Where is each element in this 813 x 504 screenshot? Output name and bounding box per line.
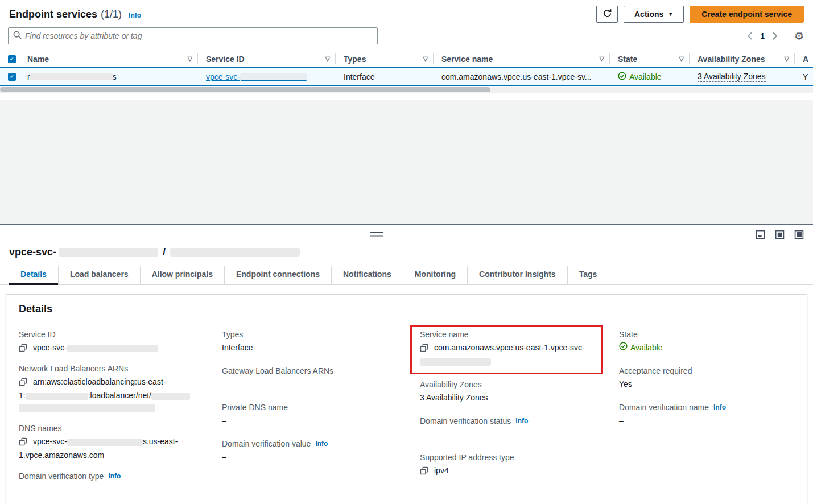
info-link[interactable]: Info (515, 417, 528, 425)
select-all-checkbox[interactable]: ✓ (8, 55, 16, 63)
redacted-text (19, 404, 155, 412)
panel-size-large-icon[interactable] (794, 230, 804, 239)
tab-contributor-insights[interactable]: Contributor Insights (467, 266, 567, 284)
create-endpoint-service-button[interactable]: Create endpoint service (690, 6, 804, 23)
row-service-name-cell: com.amazonaws.vpce.us-east-1.vpce-sv... (434, 72, 610, 81)
endpoint-services-table: ✓ Name ▽ Service ID ▽ Types ▽ Service na… (0, 51, 813, 93)
column-header-availability-zones[interactable]: Availability Zones ▽ (690, 51, 795, 67)
tab-endpoint-connections[interactable]: Endpoint connections (224, 266, 331, 284)
field-domain-verification-type: Domain verification type Info – (19, 472, 196, 495)
row-availability-zones-cell: 3 Availability Zones (690, 72, 795, 82)
redacted-text (30, 73, 113, 80)
select-all-checkbox-cell: ✓ (0, 51, 19, 67)
column-header-types[interactable]: Types ▽ (336, 51, 434, 67)
availability-zones-popover[interactable]: 3 Availability Zones (698, 72, 766, 82)
next-page-button[interactable] (773, 32, 778, 40)
search-field[interactable] (25, 31, 373, 40)
info-link[interactable]: Info (108, 472, 121, 480)
tab-tags[interactable]: Tags (567, 266, 609, 284)
column-header-name[interactable]: Name ▽ (19, 51, 198, 67)
state-badge: Available (629, 72, 662, 81)
state-badge: Available (630, 342, 663, 354)
redacted-text (420, 358, 491, 366)
redacted-text (67, 345, 158, 352)
row-name-cell: r s (19, 72, 198, 81)
row-acceptance-cell: Y (795, 72, 813, 81)
prev-page-button[interactable] (747, 32, 752, 40)
details-column-3: Service name com.amazonaws.vpce.us-east-… (407, 330, 606, 504)
tab-details[interactable]: Details (9, 266, 58, 284)
filter-icon[interactable]: ▽ (188, 55, 192, 63)
copy-icon[interactable] (420, 344, 428, 352)
field-availability-zones: Availability Zones 3 Availability Zones (420, 380, 593, 404)
tab-load-balancers[interactable]: Load balancers (58, 266, 140, 284)
search-input[interactable] (8, 27, 378, 44)
panel-drag-handle[interactable] (370, 232, 383, 237)
tab-allow-principals[interactable]: Allow principals (140, 266, 224, 284)
panel-size-small-icon[interactable] (756, 230, 765, 239)
column-header-service-name[interactable]: Service name ▽ (434, 51, 610, 67)
field-nlb-arns: Network Load Balancers ARNs arn:aws:elas… (19, 364, 196, 414)
copy-icon[interactable] (19, 437, 27, 446)
redacted-text (26, 393, 88, 400)
filter-icon[interactable]: ▽ (600, 55, 604, 63)
scrollbar-thumb[interactable] (0, 87, 490, 92)
table-row[interactable]: ✓ r s vpce-svc- Interface com.amazonaws.… (0, 67, 813, 86)
panel-size-medium-icon[interactable] (775, 230, 785, 239)
column-header-service-id[interactable]: Service ID ▽ (198, 51, 336, 67)
panel-title: vpce-svc- / (0, 225, 813, 258)
copy-icon[interactable] (420, 466, 428, 475)
column-header-acceptance-partial[interactable]: A (795, 51, 813, 67)
settings-gear-icon[interactable]: ⚙ (794, 31, 804, 42)
filter-icon[interactable]: ▽ (785, 55, 789, 63)
table-header-row: ✓ Name ▽ Service ID ▽ Types ▽ Service na… (0, 51, 813, 67)
filter-icon[interactable]: ▽ (325, 55, 330, 63)
availability-zones-popover[interactable]: 3 Availability Zones (420, 393, 488, 403)
details-column-1: Service ID vpce-svc- Network Load Balanc… (6, 330, 209, 504)
column-header-state[interactable]: State ▽ (610, 51, 690, 67)
service-id-link[interactable]: vpce-svc- (206, 72, 307, 81)
chevron-left-icon (747, 32, 752, 40)
pagination: 1 ⚙ (747, 29, 804, 43)
field-service-name: Service name com.amazonaws.vpce.us-east-… (420, 330, 593, 367)
info-link[interactable]: Info (713, 403, 726, 411)
redacted-text (170, 248, 300, 257)
field-acceptance-required: Acceptance required Yes (619, 366, 794, 390)
check-circle-icon (619, 342, 628, 354)
field-domain-verification-status: Domain verification status Info – (420, 416, 593, 440)
field-supported-ip: Supported IP address type ipv4 (420, 453, 593, 477)
tab-notifications[interactable]: Notifications (331, 266, 403, 284)
row-checkbox[interactable]: ✓ (8, 73, 16, 81)
field-private-dns-name: Private DNS name – (222, 403, 394, 427)
endpoint-services-list-section: Endpoint services (1/1) Info Actions ▼ C… (0, 0, 813, 100)
current-page[interactable]: 1 (760, 31, 765, 40)
details-card: Details Service ID vpce-svc- Network Loa… (6, 294, 807, 504)
filter-icon[interactable]: ▽ (423, 55, 428, 63)
panel-tabs: Details Load balancers Allow principals … (0, 266, 813, 285)
actions-button[interactable]: Actions ▼ (624, 6, 684, 23)
row-service-id-cell: vpce-svc- (198, 72, 336, 81)
filter-icon[interactable]: ▽ (679, 55, 684, 63)
page-title: Endpoint services (9, 9, 97, 20)
detail-split-panel: vpce-svc- / Details Load balancers Allow… (0, 224, 813, 504)
resource-count: (1/1) (101, 9, 122, 20)
background-area (0, 100, 813, 224)
chevron-right-icon (773, 32, 778, 40)
list-header: Endpoint services (1/1) Info Actions ▼ C… (0, 0, 813, 23)
tab-monitoring[interactable]: Monitoring (403, 266, 467, 284)
red-highlight-box: Service name com.amazonaws.vpce.us-east-… (410, 325, 603, 374)
list-toolbar: 1 ⚙ (0, 23, 813, 44)
field-gwlb-arns: Gateway Load Balancers ARNs – (222, 366, 394, 390)
horizontal-scrollbar[interactable] (0, 87, 813, 93)
panel-size-controls (756, 230, 804, 239)
details-column-4: State Available Acceptance required Yes (606, 330, 807, 504)
info-link[interactable]: Info (129, 11, 141, 19)
check-circle-icon (618, 72, 626, 82)
info-link[interactable]: Info (315, 440, 328, 448)
redacted-text (59, 248, 158, 257)
field-service-id: Service ID vpce-svc- (19, 330, 196, 354)
refresh-button[interactable] (596, 6, 618, 23)
copy-icon[interactable] (19, 378, 27, 386)
row-types-cell: Interface (336, 72, 434, 81)
copy-icon[interactable] (19, 344, 27, 352)
